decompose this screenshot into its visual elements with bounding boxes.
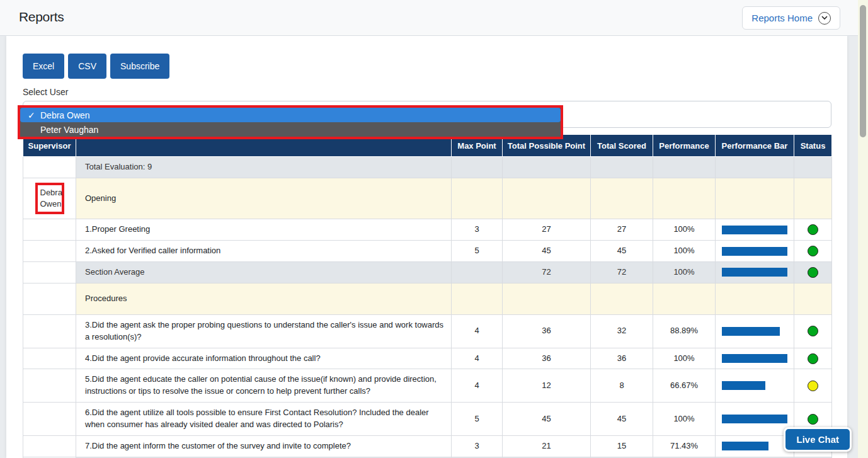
status-yellow-dot — [808, 381, 818, 391]
dropdown-option[interactable]: Peter Vaughan — [20, 122, 561, 137]
performance-bar — [722, 442, 768, 450]
total-scored-cell — [591, 178, 653, 219]
status-cell — [794, 314, 832, 348]
top-header-bar: Reports Reports Home — [0, 0, 868, 36]
total-scored-cell: 45 — [591, 241, 653, 262]
performance-cell: 100% — [653, 348, 716, 369]
status-green-dot — [808, 267, 818, 278]
dropdown-option[interactable]: ✓Debra Owen — [20, 108, 561, 122]
total-scored-cell: 32 — [591, 314, 653, 348]
supervisor-cell — [23, 219, 76, 241]
page-scrollbar-thumb[interactable] — [860, 5, 866, 137]
table-row: 7.Did the agent inform the customer of t… — [23, 435, 832, 457]
col-status: Status — [794, 135, 832, 157]
supervisor-cell — [23, 157, 76, 178]
total-scored-cell: 27 — [591, 219, 653, 241]
performance-bar-track — [722, 268, 787, 277]
question-cell: 5.Did the agent educate the caller on po… — [76, 369, 452, 403]
total-possible-cell: 72 — [503, 262, 591, 283]
performance-bar-track — [722, 354, 787, 363]
performance-cell: 100% — [653, 219, 716, 241]
supervisor-cell — [23, 348, 76, 369]
performance-bar — [722, 268, 787, 277]
table-row: 5.Did the agent educate the caller on po… — [23, 369, 832, 403]
question-cell: 4.Did the agent provide accurate informa… — [76, 348, 452, 369]
performance-bar-cell — [716, 348, 794, 369]
status-green-dot — [808, 353, 818, 364]
performance-bar-cell — [716, 314, 794, 348]
performance-bar-track — [722, 442, 787, 450]
status-cell — [794, 178, 832, 219]
total-scored-cell: 15 — [591, 435, 653, 457]
table-row: Procedures — [23, 283, 832, 314]
total-possible-cell: 36 — [503, 348, 591, 369]
total-scored-cell: 8 — [591, 369, 653, 403]
max-point-cell: 5 — [452, 241, 503, 262]
performance-bar — [722, 226, 787, 234]
performance-cell: 100% — [653, 403, 716, 436]
performance-bar-cell — [716, 157, 794, 178]
status-green-dot — [808, 414, 818, 425]
live-chat-button[interactable]: Live Chat — [784, 427, 852, 452]
performance-cell: 71.43% — [653, 435, 716, 457]
dropdown-option-label: Peter Vaughan — [40, 125, 98, 135]
supervisor-cell — [23, 435, 76, 457]
page-scrollbar-track[interactable] — [858, 0, 868, 458]
col-total-scored: Total Scored — [591, 135, 653, 157]
supervisor-cell — [23, 283, 76, 314]
status-cell — [794, 283, 832, 314]
col-performance-bar: Performance Bar — [716, 135, 794, 157]
performance-cell: 88.89% — [653, 314, 716, 348]
status-cell — [794, 348, 832, 369]
performance-bar-cell — [716, 435, 794, 457]
question-cell: 7.Did the agent inform the customer of t… — [76, 435, 452, 457]
max-point-cell — [452, 178, 503, 219]
performance-bar — [722, 327, 780, 336]
table-body: Total Evaluation: 9Debra OwenOpening1.Pr… — [23, 157, 832, 458]
status-cell — [794, 262, 832, 283]
csv-button[interactable]: CSV — [68, 54, 106, 79]
performance-bar-track — [722, 327, 787, 336]
chevron-down-icon — [818, 12, 831, 25]
performance-bar-track — [722, 415, 787, 423]
total-possible-cell: 27 — [503, 219, 591, 241]
table-row: Section Average7272100% — [23, 262, 832, 283]
reports-home-button[interactable]: Reports Home — [742, 6, 840, 30]
total-scored-cell — [591, 283, 653, 314]
performance-bar-cell — [716, 219, 794, 241]
supervisor-cell: Debra Owen — [23, 178, 76, 219]
total-possible-cell — [503, 178, 591, 219]
performance-bar-cell — [716, 283, 794, 314]
max-point-cell: 4 — [452, 369, 503, 403]
supervisor-name-highlighted: Debra Owen — [35, 183, 64, 214]
table-row: 4.Did the agent provide accurate informa… — [23, 348, 832, 369]
select-user-label: Select User — [23, 87, 847, 97]
performance-bar-cell — [716, 403, 794, 436]
table-row: 3.Did the agent ask the proper probing q… — [23, 314, 832, 348]
performance-bar — [722, 415, 787, 423]
question-cell: 6.Did the agent utilize all tools possib… — [76, 403, 452, 436]
performance-bar — [722, 381, 765, 390]
total-possible-cell: 45 — [503, 241, 591, 262]
subscribe-button[interactable]: Subscribe — [110, 54, 169, 79]
max-point-cell — [452, 283, 503, 314]
total-scored-cell — [591, 157, 653, 178]
total-possible-cell: 45 — [503, 403, 591, 436]
performance-bar-track — [722, 381, 787, 390]
status-cell — [794, 219, 832, 241]
performance-cell: 100% — [653, 241, 716, 262]
total-scored-cell: 72 — [591, 262, 653, 283]
performance-bar — [722, 354, 787, 363]
status-green-dot — [808, 224, 818, 235]
table-row: 6.Did the agent utilize all tools possib… — [23, 403, 832, 436]
excel-button[interactable]: Excel — [23, 54, 64, 79]
supervisor-cell — [23, 369, 76, 403]
supervisor-cell — [23, 314, 76, 348]
total-scored-cell: 45 — [591, 403, 653, 436]
question-cell: Total Evaluation: 9 — [76, 157, 452, 178]
report-table-wrap: Supervisor Max Point Total Possible Poin… — [23, 134, 847, 458]
table-row: 1.Proper Greeting32727100% — [23, 219, 832, 241]
max-point-cell: 4 — [452, 314, 503, 348]
table-row: Debra OwenOpening — [23, 178, 832, 219]
page-title: Reports — [19, 9, 64, 25]
